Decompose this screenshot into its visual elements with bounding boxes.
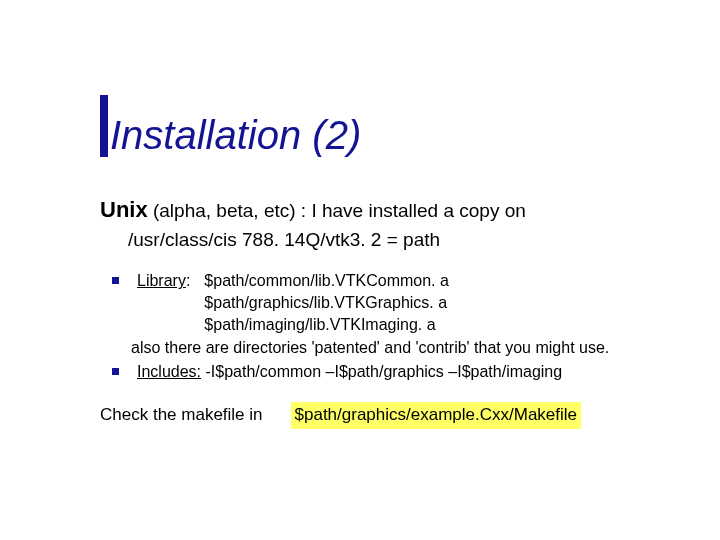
check-row: Check the makefile in $path/graphics/exa…	[100, 402, 660, 429]
library-label: Library:	[137, 270, 190, 292]
library-path-3: $path/imaging/lib.VTKImaging. a	[204, 314, 660, 336]
includes-label: Includes:	[137, 363, 201, 380]
bullet-list: Library: $path/common/lib.VTKCommon. a $…	[100, 270, 660, 382]
lead-rest: (alpha, beta, etc) : I have installed a …	[148, 200, 526, 221]
os-name: Unix	[100, 197, 148, 222]
bullet-includes-content: Includes: -I$path/common –I$path/graphic…	[137, 361, 660, 383]
bullet-library-content: Library: $path/common/lib.VTKCommon. a $…	[137, 270, 660, 358]
slide: Installation (2) Unix (alpha, beta, etc)…	[0, 0, 720, 540]
check-path-highlight: $path/graphics/example.Cxx/Makefile	[291, 402, 582, 429]
includes-value: -I$path/common –I$path/graphics –I$path/…	[201, 363, 562, 380]
bullet-library: Library: $path/common/lib.VTKCommon. a $…	[112, 270, 660, 358]
library-path-2: $path/graphics/lib.VTKGraphics. a	[204, 292, 660, 314]
title-accent-bar	[100, 95, 108, 157]
library-note: also there are directories 'patented' an…	[131, 337, 660, 359]
bullet-icon	[112, 368, 119, 375]
slide-body: Unix (alpha, beta, etc) : I have install…	[100, 195, 660, 429]
title-block: Installation (2)	[100, 95, 361, 157]
library-path-1: $path/common/lib.VTKCommon. a	[204, 270, 660, 292]
bullet-icon	[112, 277, 119, 284]
check-label: Check the makefile in	[100, 404, 263, 427]
slide-title: Installation (2)	[110, 113, 361, 157]
bullet-includes: Includes: -I$path/common –I$path/graphic…	[112, 361, 660, 383]
install-path: /usr/class/cis 788. 14Q/vtk3. 2 = path	[128, 227, 660, 253]
lead-line: Unix (alpha, beta, etc) : I have install…	[100, 195, 660, 225]
